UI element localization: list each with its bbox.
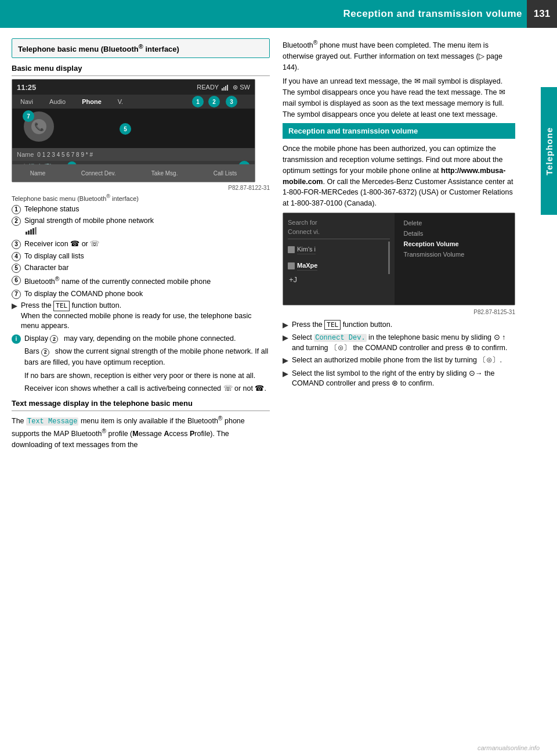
display-bottom-menu: Name Connect Dev. Take Msg. Call Lists: [12, 164, 255, 182]
right-body-text-2: If you have an unread text message, the …: [283, 76, 515, 120]
divider2: [12, 411, 270, 411]
arrow-text-r4: Select the list symbol to the right of t…: [292, 369, 515, 389]
circle-5: 5: [120, 123, 131, 135]
tel-box-1: TEL: [53, 301, 70, 311]
menu-search-label: Search for: [288, 218, 390, 227]
arrow-sym-1: ▶: [12, 301, 17, 311]
list-num-2: 2: [12, 217, 21, 226]
body-text-bottom: The Text Message menu item is only avail…: [12, 414, 270, 451]
info-indent-1: Bars 2 show the current signal strength …: [24, 346, 270, 368]
display-ready: READY: [197, 84, 219, 91]
list-num-5: 5: [12, 264, 21, 273]
menu-name: Name: [30, 170, 46, 177]
display-time: 11:25: [17, 83, 36, 92]
arrow-bullet-right-3: ▶ Select an authorized mobile phone from…: [283, 355, 515, 366]
menu-connect: Connect Dev.: [81, 170, 116, 177]
display-statusbar: 11:25 READY ⊛ SW: [12, 80, 255, 95]
divider1: [12, 75, 270, 76]
info-indent-2: If no bars are shown, reception is eithe…: [24, 370, 270, 381]
menu-details: Details: [404, 228, 510, 239]
info-bullet-1: i Display 2 may vary, depending on the m…: [12, 334, 270, 344]
menu-calllists: Call Lists: [214, 170, 237, 177]
watermark: carmanualsonline.info: [478, 744, 540, 751]
display-status-right: READY ⊛ SW: [197, 84, 250, 91]
info-text-1: Display 2 may vary, depending on the mob…: [24, 334, 236, 344]
menu-reception-volume: Reception Volume: [404, 239, 510, 249]
section-box-bluetooth: Telephone basic menu (Bluetooth® interfa…: [12, 38, 270, 58]
info-indent-3: Receiver icon shows whether a call is ac…: [24, 383, 270, 394]
car-display-image: 11:25 READY ⊛ SW Navi: [12, 79, 255, 182]
svg-text:📞: 📞: [34, 122, 45, 132]
subsection-text-message: Text message display in the telephone ba…: [12, 399, 270, 408]
image-ref-left: P82.87-8122-31: [12, 185, 270, 191]
list-text-4: To display call lists: [24, 251, 84, 262]
nav-navi: Navi: [12, 95, 41, 109]
display-name-label: Name: [17, 151, 34, 158]
arrow-sym-r2: ▶: [283, 333, 288, 343]
reception-section-header: Reception and transmission volume: [283, 123, 515, 139]
list-item-6: 6 Bluetooth® name of the currently conne…: [12, 275, 270, 287]
menu-right-panel: Delete Details Reception Volume Transmis…: [395, 213, 515, 305]
list-item-7: 7 To display the COMAND phone book: [12, 289, 270, 300]
signal-bars: [222, 84, 228, 91]
list-item-4: 4 To display call lists: [12, 251, 270, 262]
menu-delete: Delete: [404, 218, 510, 228]
menu-transmission-volume: Transmission Volume: [404, 249, 510, 260]
left-column: Telephone basic menu (Bluetooth® interfa…: [12, 38, 270, 454]
arrow-sym-r4: ▶: [283, 369, 288, 379]
arrow-text-r3: Select an authorized mobile phone from t…: [292, 355, 502, 366]
menu-takemsg: Take Msg.: [151, 170, 178, 177]
list-num-6: 6: [12, 276, 21, 285]
list-num-1: 1: [12, 205, 21, 214]
nav-audio: Audio: [41, 95, 74, 109]
right-body-text-3: Once the mobile phone has been authorize…: [283, 143, 515, 209]
list-text-2: Signal strength of mobile phone network: [24, 216, 154, 237]
arrow-sym-r1: ▶: [283, 320, 288, 330]
list-item-1: 1 Telephone status: [12, 204, 270, 215]
main-content: Telephone basic menu (Bluetooth® interfa…: [0, 28, 527, 465]
info-sym-1: i: [12, 334, 21, 344]
arrow-text-1: Press the TEL function button. When the …: [21, 301, 270, 332]
nav-phone: Phone: [74, 95, 110, 109]
section-box-title: Telephone basic menu (Bluetooth® interfa…: [18, 45, 179, 53]
right-column: Bluetooth® phone must have been complete…: [283, 38, 515, 454]
menu-maxpe: MaXpe: [297, 261, 317, 271]
header-title: Reception and transmission volume: [343, 8, 522, 20]
display-name-row: Name 0 1 2 3 4 5 6 7 8 9 * #: [12, 148, 255, 161]
nav-v: V.: [110, 95, 131, 109]
list-num-4: 4: [12, 252, 21, 261]
list-text-5: Character bar: [24, 263, 68, 273]
display-phone-area: 📞 7: [24, 111, 64, 146]
right-body-text-1: Bluetooth® phone must have been complete…: [283, 38, 515, 73]
text-message-menu: Text Message: [26, 417, 78, 426]
list-text-7: To display the COMAND phone book: [24, 289, 143, 300]
subsection-basic-menu: Basic menu display: [12, 64, 270, 73]
display-name-input: 0 1 2 3 4 5 6 7 8 9 * #: [37, 152, 93, 158]
image-ref-right: P82.87-8125-31: [283, 309, 515, 315]
list-num-7: 7: [12, 290, 21, 299]
menu-left-panel: Search for Connect vi. Kim's i MaXpe +J: [283, 213, 395, 305]
tel-box-r1: TEL: [324, 320, 341, 330]
arrow-bullet-tel: ▶ Press the TEL function button. When th…: [12, 301, 270, 332]
list-text-1: Telephone status: [24, 204, 79, 215]
sidebar-tab: Telephone: [541, 87, 557, 215]
connect-dev-text: Connect Dev.: [314, 334, 366, 342]
page-number: 131: [527, 0, 557, 28]
list-item-2: 2 Signal strength of mobile phone networ…: [12, 216, 270, 237]
list-item-3: 3 Receiver icon ☎ or ☏: [12, 239, 270, 250]
arrow-bullet-right-1: ▶ Press the TEL function button.: [283, 320, 515, 330]
sidebar-label: Telephone: [544, 127, 554, 175]
arrow-bullet-right-4: ▶ Select the list symbol to the right of…: [283, 369, 515, 389]
menu-kims: Kim's i: [297, 244, 316, 254]
display-caption: Telephone basic menu (Bluetooth® interfa…: [12, 193, 270, 202]
menu-display-image: Search for Connect vi. Kim's i MaXpe +J: [283, 213, 515, 305]
arrow-text-r1: Press the TEL function button.: [292, 320, 392, 330]
arrow-text-r2: Select Connect Dev. in the telephone bas…: [292, 333, 515, 353]
header-bar: Reception and transmission volume: [0, 0, 557, 28]
list-num-3: 3: [12, 240, 21, 249]
arrow-sym-r3: ▶: [283, 355, 288, 366]
list-item-5: 5 Character bar: [12, 263, 270, 273]
list-text-3: Receiver icon ☎ or ☏: [24, 239, 99, 250]
arrow-bullet-right-2: ▶ Select Connect Dev. in the telephone b…: [283, 333, 515, 353]
bluetooth-icon-display: ⊛ SW: [233, 84, 250, 91]
